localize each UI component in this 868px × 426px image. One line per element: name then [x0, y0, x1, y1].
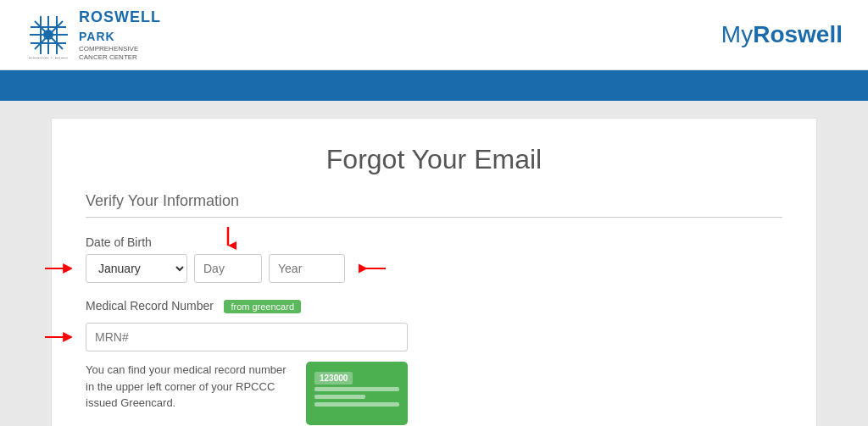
- dob-label: Date of Birth: [86, 235, 152, 249]
- mrn-label: Medical Record Number: [86, 299, 214, 313]
- brand-roswell: Roswell: [753, 21, 843, 47]
- logo-text-block: ROSWELLPARK COMPREHENSIVE CANCER CENTER: [79, 8, 164, 61]
- arrow-right-year-icon: [359, 255, 386, 282]
- mrn-group: Medical Record Number from greencard You…: [86, 298, 782, 425]
- arrow-left-mrn-icon: [45, 324, 72, 351]
- greencard-info-box: You can find your medical record number …: [86, 362, 408, 425]
- month-select[interactable]: January February March April May June Ju…: [86, 254, 187, 283]
- day-wrapper: [194, 254, 262, 283]
- section-title: Verify Your Information: [86, 192, 782, 218]
- page-title: Forgot Your Email: [86, 144, 782, 175]
- greencard-inner: 123000: [306, 362, 408, 425]
- mrn-input-wrapper: [86, 323, 782, 351]
- greencard-help-text: You can find your medical record number …: [86, 362, 298, 425]
- gc-number: 123000: [314, 372, 353, 385]
- blue-bar: [0, 70, 868, 101]
- year-input[interactable]: [269, 254, 345, 283]
- brand-my: My: [721, 21, 753, 47]
- myroswell-brand: MyRoswell: [721, 21, 843, 48]
- svg-text:ROSWELL PARK: ROSWELL PARK: [29, 57, 69, 58]
- gc-lines: [314, 387, 399, 410]
- year-wrapper: [269, 254, 345, 283]
- mrn-input[interactable]: [86, 323, 408, 351]
- greencard-image: 123000: [306, 362, 408, 425]
- logo-subtitle: COMPREHENSIVE CANCER CENTER: [79, 45, 164, 61]
- roswell-park-logo: ROSWELL PARK: [25, 12, 72, 58]
- arrow-left-month-icon: [45, 255, 72, 282]
- logo-name: ROSWELLPARK: [79, 8, 164, 45]
- main-content: Forgot Your Email Verify Your Informatio…: [51, 118, 817, 426]
- svg-point-9: [43, 30, 53, 40]
- gc-line-1: [314, 387, 399, 391]
- gc-line-2: [314, 395, 365, 399]
- arrow-down-day-icon: [220, 227, 236, 251]
- gc-line-3: [314, 402, 399, 407]
- page-wrapper: ROSWELL PARK ROSWELLPARK COMPREHENSIVE C…: [0, 0, 868, 426]
- logo-area: ROSWELL PARK ROSWELLPARK COMPREHENSIVE C…: [25, 8, 164, 61]
- dob-row: January February March April May June Ju…: [86, 254, 782, 283]
- greencard-badge: from greencard: [224, 300, 301, 313]
- header: ROSWELL PARK ROSWELLPARK COMPREHENSIVE C…: [0, 0, 868, 70]
- dob-group: Date of Birth January February March Apr…: [86, 235, 782, 283]
- day-input[interactable]: [194, 254, 262, 283]
